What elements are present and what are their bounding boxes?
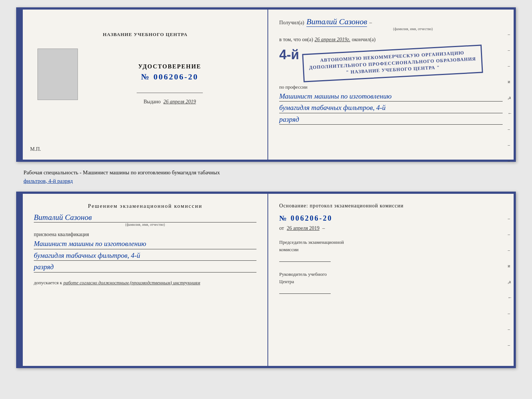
middle-text-block: Рабочая специальность - Машинист машины …	[16, 165, 516, 188]
photo-placeholder	[37, 49, 78, 100]
stamp-text: АВТОНОМНУЮ НЕКОММЕРЧЕСКУЮ ОРГАНИЗАЦИЮ ДО…	[302, 44, 483, 82]
poluchil-sublabel: (фамилия, имя, отчество)	[323, 27, 503, 31]
spine-left	[18, 10, 23, 160]
mp-label: М.П.	[30, 146, 41, 152]
okonchil: окончил(а)	[352, 37, 375, 43]
professii-name2: бумагидля табачных фильтров, 4-й	[279, 103, 503, 113]
ot-prefix: от	[279, 225, 284, 231]
kvali-name3: разряд	[34, 262, 256, 272]
rukovoditel-block: Руководитель учебного Центра	[279, 271, 503, 294]
professii-label: по профессии	[279, 84, 308, 90]
vydano-date: 26 апреля 2019	[163, 99, 196, 104]
professii-name3: разряд	[279, 115, 503, 125]
udost-number: № 006206-20	[141, 72, 198, 82]
top-left-panel: НАЗВАНИЕ УЧЕБНОГО ЦЕНТРА УДОСТОВЕРЕНИЕ №…	[23, 10, 268, 160]
predsedatel-signature-line	[279, 256, 331, 262]
udost-title: УДОСТОВЕРЕНИЕ	[138, 63, 201, 70]
proto-number: № 006206-20	[279, 214, 503, 222]
poluchil-name: Виталий Сазонов	[306, 17, 367, 27]
middle-text-main: Рабочая специальность - Машинист машины …	[24, 170, 220, 175]
poluchil-prefix: Получил(а)	[279, 20, 304, 26]
school-name-top: НАЗВАНИЕ УЧЕБНОГО ЦЕНТРА	[103, 32, 188, 38]
rukovoditel-label1: Руководитель учебного	[279, 271, 503, 278]
middle-text-underline: фильтров, 4-й разряд	[24, 178, 73, 184]
dopuskaetsya-line: допускается к работе согласно должностны…	[34, 280, 256, 286]
bottom-right-panel: Основание: протокол экзаменационной коми…	[268, 194, 514, 366]
dash: –	[369, 20, 372, 26]
edge-marks-top: – – – и ,а ← – – –	[508, 32, 512, 164]
professii-name1: Машинист машины по изготовлению	[279, 92, 503, 102]
top-right-panel: Получил(а) Виталий Сазонов – (фамилия, и…	[268, 10, 514, 160]
stamp-number: 4-й	[279, 47, 299, 63]
predsedatel-label2: комиссии	[279, 246, 503, 253]
certificate-top: НАЗВАНИЕ УЧЕБНОГО ЦЕНТРА УДОСТОВЕРЕНИЕ №…	[16, 7, 516, 162]
ot-line: от 26 апреля 2019 –	[279, 225, 503, 231]
fio-sublabel: (фамилия, имя, отчество)	[34, 222, 256, 227]
decision-name: Виталий Сазонов	[34, 213, 256, 222]
professii-block: по профессии Машинист машины по изготовл…	[279, 83, 503, 125]
osnovanie-title: Основание: протокол экзаменационной коми…	[279, 203, 503, 209]
spine-bottom	[18, 194, 23, 366]
certificate-bottom: Решением экзаменационной комиссии Витали…	[16, 192, 516, 368]
kvali-name1: Машинист машины по изготовлению	[34, 239, 256, 249]
vydano-label: Выдано	[144, 99, 161, 104]
decision-title: Решением экзаменационной комиссии	[34, 203, 256, 209]
dopusk-prefix: допускается к	[34, 280, 62, 285]
dopusk-text: работе согласно должностным (производств…	[63, 280, 200, 285]
bottom-left-panel: Решением экзаменационной комиссии Витали…	[23, 194, 268, 366]
vtom-prefix: в том, что он(а)	[279, 37, 313, 43]
prisvoyena-label: присвоена квалификация	[34, 232, 256, 238]
predsedatel-block: Председатель экзаменационной комиссии	[279, 239, 503, 262]
ot-date: 26 апреля 2019	[287, 225, 319, 231]
predsedatel-label1: Председатель экзаменационной	[279, 239, 503, 246]
edge-marks-bottom: – – – и ,а ← – – –	[508, 216, 512, 348]
kvali-name2: бумагидля табачных фильтров, 4-й	[34, 251, 256, 261]
rukovoditel-label2: Центра	[279, 278, 503, 285]
rukovoditel-signature-line	[279, 288, 331, 294]
vtom-date: 26 апреля 2019г.	[314, 37, 350, 43]
